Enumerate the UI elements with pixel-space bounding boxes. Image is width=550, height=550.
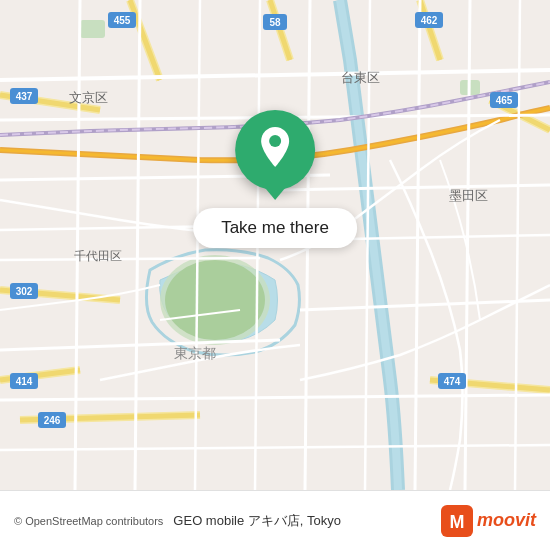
svg-text:墨田区: 墨田区 [449,188,488,203]
moovit-brand-text: moovit [477,510,536,531]
svg-text:台東区: 台東区 [341,70,380,85]
svg-text:58: 58 [269,17,281,28]
location-name: GEO mobile アキバ店, Tokyo [173,512,441,530]
moovit-logo: M moovit [441,505,536,537]
svg-text:東京都: 東京都 [174,345,216,361]
svg-point-2 [165,260,265,340]
svg-text:474: 474 [444,376,461,387]
svg-text:462: 462 [421,15,438,26]
moovit-logo-icon: M [441,505,473,537]
svg-text:千代田区: 千代田区 [74,249,122,263]
svg-text:246: 246 [44,415,61,426]
svg-text:文京区: 文京区 [69,90,108,105]
svg-text:465: 465 [496,95,513,106]
svg-text:437: 437 [16,91,33,102]
svg-text:455: 455 [114,15,131,26]
map-container: 文京区 台東区 千代田区 墨田区 東京都 455 58 462 437 465 … [0,0,550,490]
svg-text:302: 302 [16,286,33,297]
bottom-bar: © OpenStreetMap contributors GEO mobile … [0,490,550,550]
svg-text:M: M [449,512,464,532]
svg-text:414: 414 [16,376,33,387]
take-me-there-button[interactable]: Take me there [193,208,357,248]
svg-rect-3 [80,20,105,38]
map-attribution: © OpenStreetMap contributors [14,515,163,527]
